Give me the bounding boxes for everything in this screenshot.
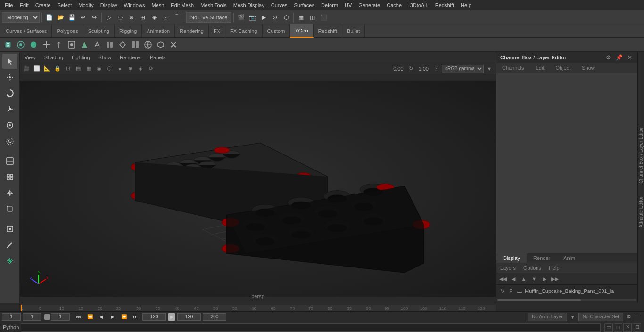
range-end-input[interactable] <box>142 313 166 321</box>
sculpt-tool[interactable] <box>2 237 17 252</box>
xgen-icon-5[interactable] <box>53 39 65 51</box>
play-fwd-btn[interactable]: ▶ <box>107 312 118 322</box>
menu-create[interactable]: Create <box>33 1 54 9</box>
menu-edit[interactable]: Edit <box>17 1 32 9</box>
grid-btn[interactable]: ⊡ <box>160 12 171 23</box>
tab-redshift[interactable]: Redshift <box>314 24 342 38</box>
menu-surfaces[interactable]: Surfaces <box>291 1 317 9</box>
save-file-btn[interactable]: 💾 <box>66 12 77 23</box>
frame-input-3[interactable] <box>51 313 70 321</box>
vp-icon-3[interactable]: 📐 <box>42 64 52 73</box>
vp-icon-7[interactable]: ▦ <box>84 64 93 73</box>
gamma-dropdown[interactable]: sRGB gamma <box>442 65 484 73</box>
mini-extra-btn[interactable]: ⊞ <box>633 323 641 332</box>
live-surface-button[interactable]: No Live Surface <box>186 12 231 23</box>
menu-file[interactable]: File <box>2 1 16 9</box>
char-set-settings-btn[interactable]: ⚙ <box>625 313 633 321</box>
menu-display[interactable]: Display <box>98 1 120 9</box>
tab-polygons[interactable]: Polygons <box>52 24 83 38</box>
xgen-icon-4[interactable] <box>40 39 52 51</box>
component-tool[interactable] <box>2 170 17 185</box>
tab-rigging[interactable]: Rigging <box>115 24 142 38</box>
tab-rendering[interactable]: Rendering <box>175 24 209 38</box>
vp-menu-renderer[interactable]: Renderer <box>118 54 143 61</box>
le-btn-next[interactable]: ▶ <box>540 274 549 283</box>
undo-btn[interactable]: ↩ <box>78 12 88 23</box>
vp-icon-12[interactable]: ◈ <box>136 64 145 73</box>
xgen-icon-10[interactable] <box>116 39 129 51</box>
le-btn-up[interactable]: ▲ <box>519 274 528 283</box>
vp-icon-10[interactable]: ● <box>115 64 124 73</box>
le-tab-anim[interactable]: Anim <box>557 253 582 263</box>
menu-deform[interactable]: Deform <box>318 1 341 9</box>
snap-tool[interactable] <box>2 202 17 217</box>
vp-icon-zoom[interactable]: ⊡ <box>431 64 441 73</box>
tab-curves-surfaces[interactable]: Curves / Surfaces <box>1 24 52 38</box>
timeline-track[interactable]: 1 5 10 15 20 25 30 35 40 45 50 55 60 65 … <box>20 305 496 311</box>
xgen-icon-11[interactable] <box>129 39 141 51</box>
head-up-btn[interactable]: ⬡ <box>281 12 291 23</box>
magnet-btn[interactable]: ◈ <box>149 12 159 23</box>
xgen-icon-6[interactable] <box>66 39 78 51</box>
menu-generate[interactable]: Generate <box>355 1 383 9</box>
layout3-btn[interactable]: ⬛ <box>318 12 329 23</box>
xgen-icon-3[interactable] <box>27 39 40 51</box>
no-anim-layer-btn[interactable]: No Anim Layer <box>528 313 567 321</box>
display-options-btn[interactable]: ⊙ <box>270 12 280 23</box>
mini-restore-btn[interactable]: □ <box>614 323 622 332</box>
tab-animation[interactable]: Animation <box>142 24 175 38</box>
tab-fx-caching[interactable]: FX Caching <box>225 24 262 38</box>
tab-custom[interactable]: Custom <box>263 24 290 38</box>
frame-input-2[interactable] <box>23 313 41 321</box>
layer-scrollbar[interactable] <box>496 297 637 303</box>
menu-mesh-display[interactable]: Mesh Display <box>231 1 267 9</box>
mini-minimize-btn[interactable]: ▭ <box>604 323 613 332</box>
layout2-btn[interactable]: ◫ <box>307 12 317 23</box>
vp-menu-lighting[interactable]: Lighting <box>70 54 92 61</box>
range-toggle-btn[interactable]: ▶ <box>168 313 175 321</box>
tab-sculpting[interactable]: Sculpting <box>83 24 115 38</box>
play-end-btn[interactable]: ⏭ <box>130 312 140 322</box>
playback-end2-input[interactable] <box>203 313 226 321</box>
python-label[interactable]: Python <box>3 324 19 330</box>
cb-tab-show[interactable]: Show <box>576 63 601 73</box>
cb-tab-edit[interactable]: Edit <box>529 63 550 73</box>
tab-bullet[interactable]: Bullet <box>342 24 365 38</box>
snap-btn[interactable]: ⊞ <box>138 12 148 23</box>
playback-end-input[interactable] <box>177 313 201 321</box>
xgen-icon-7[interactable] <box>78 39 91 51</box>
cb-tab-object[interactable]: Object <box>550 63 576 73</box>
le-btn-fwd[interactable]: ▶▶ <box>550 274 560 283</box>
mode-dropdown[interactable]: Modeling <box>2 12 40 23</box>
anim-layer-arrow[interactable]: ▼ <box>569 313 577 321</box>
curve-btn[interactable]: ⌒ <box>172 12 182 23</box>
channel-box-pin-btn[interactable]: 📌 <box>614 54 624 61</box>
vp-icon-gamma[interactable]: ▼ <box>485 64 494 73</box>
step-fwd-btn[interactable]: ⏩ <box>119 312 129 322</box>
xgen-icon-13[interactable] <box>155 39 167 51</box>
vp-icon-5[interactable]: ⊡ <box>63 64 73 73</box>
new-file-btn[interactable]: 📄 <box>44 12 54 23</box>
ipr-btn[interactable]: ▶ <box>258 12 269 23</box>
universal-tool[interactable] <box>2 118 17 133</box>
paint-btn[interactable]: ⊕ <box>126 12 137 23</box>
frame-input-1[interactable] <box>2 313 21 321</box>
vp-icon-rotate[interactable]: ↻ <box>406 64 416 73</box>
char-set-extra-btn[interactable]: ⋯ <box>635 313 642 321</box>
le-subtab-layers[interactable]: Layers <box>498 264 518 272</box>
edge-channel-box-label[interactable]: Channel Box / Layer Editor <box>638 125 644 186</box>
play-back-btn[interactable]: ⏮ <box>74 312 84 322</box>
menu-help[interactable]: Help <box>458 1 474 9</box>
pivot-tool[interactable] <box>2 186 17 201</box>
open-file-btn[interactable]: 📂 <box>55 12 66 23</box>
le-subtab-help[interactable]: Help <box>547 264 561 272</box>
scale-tool[interactable] <box>2 102 17 117</box>
tab-fx[interactable]: FX <box>209 24 225 38</box>
menu-windows[interactable]: Windows <box>121 1 148 9</box>
menu-uv[interactable]: UV <box>342 1 355 9</box>
le-tab-display[interactable]: Display <box>496 253 527 263</box>
show-hide-tool[interactable] <box>2 154 17 169</box>
le-subtab-options[interactable]: Options <box>521 264 543 272</box>
layer-item-0[interactable]: V P ▬ Muffin_Cupcake_Baking_Pans_001_la <box>497 286 636 296</box>
play-back-btn2[interactable]: ◀ <box>96 312 107 322</box>
